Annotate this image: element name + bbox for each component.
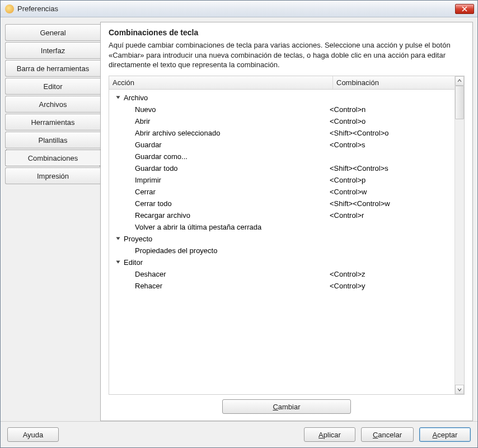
tree-row[interactable]: Propiedades del proyecto	[109, 245, 454, 256]
cancel-button[interactable]: Cancelar	[361, 427, 414, 442]
cell-combo: <Control>r	[330, 211, 454, 220]
sidebar-item-toolbar[interactable]: Barra de herramientas	[5, 60, 100, 77]
apply-button[interactable]: Aplicar	[304, 427, 355, 442]
cell-combo: <Control>p	[330, 176, 454, 184]
main-panel: Combinaciones de tecla Aquí puede cambia…	[100, 22, 473, 421]
accept-button-label: Aceptar	[433, 431, 458, 439]
help-button[interactable]: Ayuda	[7, 427, 59, 442]
cell-combo: <Control>z	[330, 270, 454, 278]
tree-row[interactable]: Imprimir<Control>p	[109, 174, 454, 186]
sidebar-item-general[interactable]: General	[5, 24, 100, 41]
tree-group[interactable]: Archivo	[109, 92, 454, 104]
chevron-up-icon	[457, 78, 462, 83]
sidebar-item-label: General	[40, 29, 65, 37]
cell-combo: <Control>o	[330, 117, 454, 125]
footer: Ayuda Aplicar Cancelar Aceptar	[1, 421, 477, 447]
column-header-action[interactable]: Acción	[109, 76, 333, 89]
expand-arrow-icon	[115, 235, 121, 242]
cell-combo	[330, 246, 454, 255]
vertical-scrollbar[interactable]	[454, 76, 464, 394]
close-button[interactable]	[455, 4, 474, 14]
scroll-thumb[interactable]	[455, 86, 464, 119]
sidebar-item-label: Herramientas	[31, 118, 74, 127]
tree-row[interactable]: Deshacer<Control>z	[109, 268, 454, 280]
tree-group-label: Proyecto	[124, 235, 152, 243]
window-title: Preferencias	[17, 4, 455, 13]
cell-action: Guardar como...	[109, 152, 330, 161]
change-button-row: Cambiar	[109, 395, 465, 415]
sidebar-item-label: Interfaz	[41, 46, 65, 55]
sidebar-item-combinaciones[interactable]: Combinaciones	[5, 150, 100, 166]
close-icon	[462, 6, 467, 12]
cell-combo: <Shift><Control>s	[330, 164, 454, 172]
tree-row[interactable]: Abrir<Control>o	[109, 115, 454, 127]
sidebar-item-impresion[interactable]: Impresión	[5, 167, 100, 184]
sidebar-item-label: Archivos	[39, 100, 67, 109]
cell-action: Volver a abrir la última pestaña cerrada	[109, 223, 330, 231]
apply-button-label: Aplicar	[318, 431, 341, 439]
cell-combo: <Shift><Control>w	[330, 199, 454, 208]
table-inner: Acción Combinación ArchivoNuevo<Control>…	[109, 76, 454, 394]
cell-action: Deshacer	[109, 270, 330, 278]
expand-arrow-icon	[115, 259, 121, 265]
keybindings-table: Acción Combinación ArchivoNuevo<Control>…	[109, 76, 465, 395]
tree-row[interactable]: Recargar archivo<Control>r	[109, 209, 454, 221]
cell-action: Abrir	[109, 117, 330, 125]
cell-combo: <Control>w	[330, 188, 454, 196]
tree-row[interactable]: Guardar<Control>s	[109, 139, 454, 151]
sidebar-item-label: Editor	[44, 82, 63, 91]
sidebar-item-label: Impresión	[37, 172, 69, 180]
cell-combo: <Shift><Control>o	[330, 129, 454, 137]
panel-title: Combinaciones de tecla	[109, 28, 465, 37]
tree-row[interactable]: Abrir archivo seleccionado<Shift><Contro…	[109, 127, 454, 139]
change-button-label: Cambiar	[273, 403, 300, 411]
cell-combo: <Control>y	[330, 282, 454, 290]
tree-row[interactable]: Cerrar<Control>w	[109, 186, 454, 198]
tree-row[interactable]: Volver a abrir la última pestaña cerrada	[109, 221, 454, 233]
preferences-window: Preferencias General Interfaz Barra de h…	[0, 0, 478, 448]
tree-group[interactable]: Proyecto	[109, 233, 454, 245]
cell-action: Abrir archivo seleccionado	[109, 129, 330, 137]
cell-action: Guardar todo	[109, 164, 330, 172]
sidebar-item-plantillas[interactable]: Plantillas	[5, 132, 100, 148]
cell-combo: <Control>s	[330, 141, 454, 149]
column-header-combo[interactable]: Combinación	[333, 78, 454, 87]
sidebar-item-label: Combinaciones	[28, 154, 78, 162]
sidebar-item-label: Barra de herramientas	[17, 64, 89, 73]
tree-row[interactable]: Nuevo<Control>n	[109, 104, 454, 115]
scroll-down-button[interactable]	[455, 385, 464, 394]
tree-group[interactable]: Editor	[109, 256, 454, 268]
body-area: General Interfaz Barra de herramientas E…	[1, 17, 477, 421]
cell-combo	[330, 223, 454, 231]
cell-action: Propiedades del proyecto	[109, 246, 330, 255]
tree-group-label: Editor	[124, 258, 143, 267]
cell-action: Recargar archivo	[109, 211, 330, 220]
cell-action: Cerrar todo	[109, 199, 330, 208]
accept-button[interactable]: Aceptar	[419, 427, 471, 442]
tree-row[interactable]: Rehacer<Control>y	[109, 280, 454, 292]
sidebar-item-archivos[interactable]: Archivos	[5, 96, 100, 113]
cell-action: Imprimir	[109, 176, 330, 184]
expand-arrow-icon	[115, 94, 121, 101]
tree-row[interactable]: Guardar como...	[109, 151, 454, 162]
table-header: Acción Combinación	[109, 76, 454, 90]
change-button[interactable]: Cambiar	[222, 399, 351, 414]
cell-combo: <Control>n	[330, 105, 454, 114]
tree-row[interactable]: Cerrar todo<Shift><Control>w	[109, 198, 454, 209]
sidebar-item-editor[interactable]: Editor	[5, 78, 100, 95]
tree-row[interactable]: Guardar todo<Shift><Control>s	[109, 162, 454, 174]
cell-combo	[330, 152, 454, 161]
cancel-button-label: Cancelar	[373, 431, 402, 439]
sidebar-item-interfaz[interactable]: Interfaz	[5, 42, 100, 59]
cell-action: Cerrar	[109, 188, 330, 196]
cell-action: Rehacer	[109, 282, 330, 290]
panel-description: Aquí puede cambiar combinaciones de tecl…	[109, 40, 465, 70]
sidebar-item-label: Plantillas	[38, 136, 67, 144]
app-icon	[5, 4, 14, 13]
tree-group-label: Archivo	[124, 94, 148, 102]
titlebar[interactable]: Preferencias	[1, 1, 477, 17]
table-body[interactable]: ArchivoNuevo<Control>nAbrir<Control>oAbr…	[109, 90, 454, 394]
sidebar-item-herramientas[interactable]: Herramientas	[5, 114, 100, 130]
cell-action: Guardar	[109, 141, 330, 149]
scroll-up-button[interactable]	[455, 76, 464, 86]
